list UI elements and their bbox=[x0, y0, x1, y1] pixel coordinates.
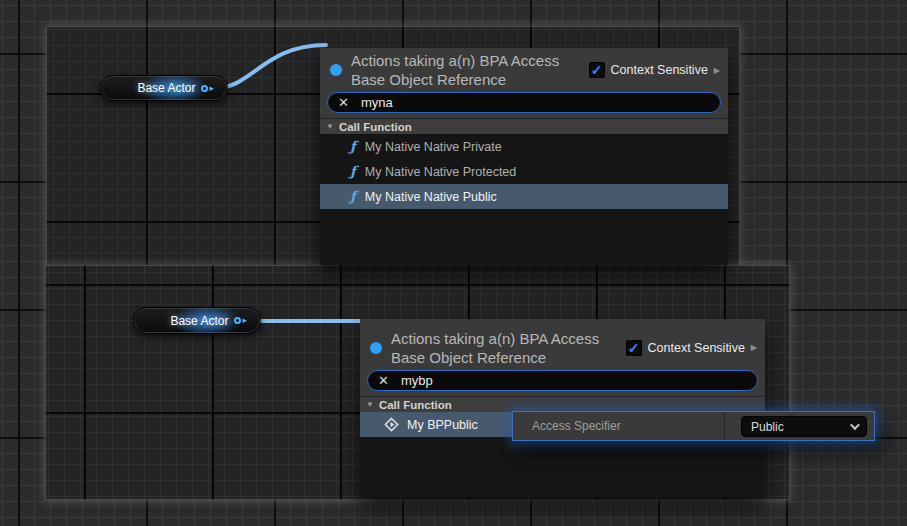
search-box[interactable]: ✕ bbox=[327, 92, 721, 113]
node-base-actor-bottom[interactable]: Base Actor ▸ bbox=[133, 307, 261, 334]
expand-arrow-icon[interactable]: ▶ bbox=[751, 343, 757, 352]
context-sensitive-toggle[interactable]: ✓ Context Sensitive ▶ bbox=[589, 62, 720, 78]
search-input[interactable] bbox=[401, 373, 747, 388]
clear-search-icon[interactable]: ✕ bbox=[338, 95, 349, 110]
function-icon: ƒ bbox=[350, 165, 356, 178]
expand-arrow-icon[interactable]: ▶ bbox=[714, 66, 720, 75]
output-pin-icon[interactable]: ▸ bbox=[201, 84, 214, 93]
menu-header: Actions taking a(n) BPA Access Base Obje… bbox=[320, 48, 728, 92]
list-item[interactable]: ƒ My Native Native Protected bbox=[320, 159, 728, 184]
function-icon: ƒ bbox=[350, 140, 356, 153]
search-row: ✕ bbox=[360, 370, 765, 396]
list-item-label: My Native Native Protected bbox=[365, 165, 516, 179]
check-icon: ✓ bbox=[628, 341, 640, 355]
pin-ring-icon bbox=[201, 85, 208, 92]
search-input[interactable] bbox=[361, 95, 710, 110]
list-item-label: My BPPublic bbox=[407, 418, 478, 432]
chevron-down-icon bbox=[850, 420, 860, 430]
context-sensitive-label: Context Sensitive bbox=[611, 63, 708, 77]
check-icon: ✓ bbox=[591, 63, 603, 77]
function-icon: ƒ bbox=[350, 190, 356, 203]
menu-header: Actions taking a(n) BPA Access Base Obje… bbox=[360, 319, 765, 370]
menu-title: Actions taking a(n) BPA Access Base Obje… bbox=[351, 51, 559, 89]
pin-type-dot-icon bbox=[330, 64, 342, 76]
blueprint-function-diamond-icon bbox=[384, 417, 399, 432]
dropdown-value: Public bbox=[751, 420, 784, 434]
menu-title-line1: Actions taking a(n) BPA Access bbox=[351, 51, 559, 70]
tooltip-label-section: Access Specifier bbox=[513, 412, 725, 440]
menu-title-line2: Base Object Reference bbox=[391, 348, 599, 367]
context-menu-bottom: Actions taking a(n) BPA Access Base Obje… bbox=[360, 319, 765, 497]
collapse-caret-icon[interactable]: ▼ bbox=[326, 122, 334, 131]
category-call-function[interactable]: ▼ Call Function bbox=[320, 118, 728, 134]
list-item-label: My Native Native Public bbox=[365, 190, 497, 204]
pin-arrow-icon: ▸ bbox=[209, 84, 214, 93]
search-row: ✕ bbox=[320, 92, 728, 118]
list-item[interactable]: ƒ My Native Native Private bbox=[320, 134, 728, 159]
menu-title-line1: Actions taking a(n) BPA Access bbox=[391, 329, 599, 348]
context-sensitive-checkbox[interactable]: ✓ bbox=[626, 340, 642, 356]
context-sensitive-checkbox[interactable]: ✓ bbox=[589, 62, 605, 78]
blueprint-graph-canvas[interactable]: Base Actor ▸ Base Actor ▸ Actions taking… bbox=[0, 0, 907, 526]
collapse-caret-icon[interactable]: ▼ bbox=[366, 400, 374, 409]
context-sensitive-label: Context Sensitive bbox=[648, 341, 745, 355]
list-item-selected[interactable]: ƒ My Native Native Public bbox=[320, 184, 728, 209]
node-base-actor-top[interactable]: Base Actor ▸ bbox=[100, 75, 228, 101]
output-pin-icon[interactable]: ▸ bbox=[234, 316, 247, 325]
node-title: Base Actor bbox=[137, 81, 195, 95]
pin-type-dot-icon bbox=[370, 342, 382, 354]
action-list: ƒ My Native Native Private ƒ My Native N… bbox=[320, 134, 728, 265]
menu-title: Actions taking a(n) BPA Access Base Obje… bbox=[391, 329, 599, 367]
pin-arrow-icon: ▸ bbox=[242, 316, 247, 325]
menu-title-line2: Base Object Reference bbox=[351, 70, 559, 89]
search-box[interactable]: ✕ bbox=[367, 370, 758, 391]
context-sensitive-toggle[interactable]: ✓ Context Sensitive ▶ bbox=[626, 340, 757, 356]
list-item-label: My Native Native Private bbox=[365, 140, 502, 154]
category-call-function[interactable]: ▼ Call Function bbox=[360, 396, 765, 412]
tooltip-label: Access Specifier bbox=[532, 419, 621, 433]
context-menu-top: Actions taking a(n) BPA Access Base Obje… bbox=[320, 48, 728, 265]
access-specifier-dropdown[interactable]: Public bbox=[741, 416, 867, 437]
category-label: Call Function bbox=[379, 399, 452, 411]
pin-ring-icon bbox=[234, 317, 241, 324]
category-label: Call Function bbox=[339, 121, 412, 133]
node-title: Base Actor bbox=[170, 314, 228, 328]
access-specifier-tooltip: Access Specifier Public bbox=[512, 411, 875, 441]
clear-search-icon[interactable]: ✕ bbox=[378, 373, 389, 388]
